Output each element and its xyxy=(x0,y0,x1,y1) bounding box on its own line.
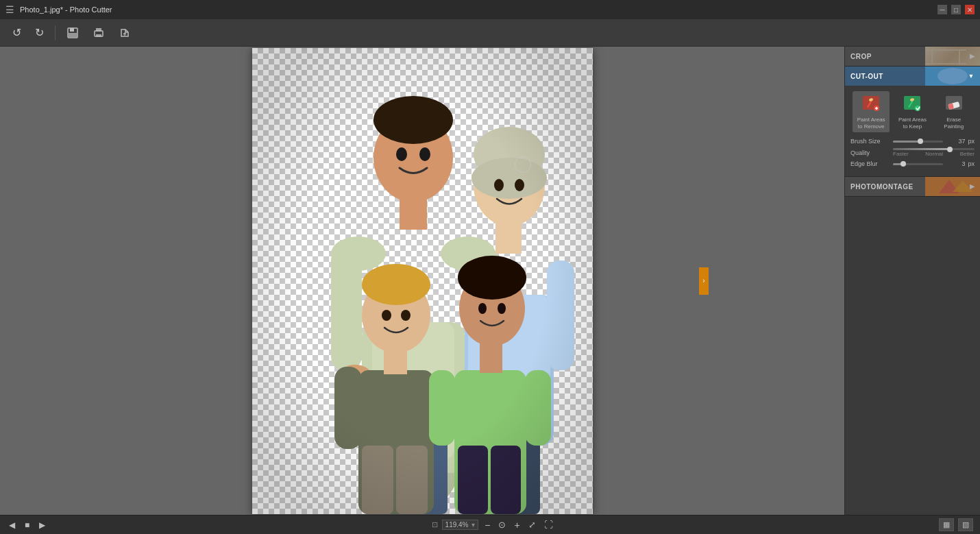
export-icon xyxy=(119,27,131,39)
svg-rect-2 xyxy=(69,33,77,37)
zoom-reset-button[interactable]: ⊙ xyxy=(496,520,508,530)
image-container xyxy=(252,48,593,514)
brush-size-value: 37 xyxy=(946,138,965,145)
view-grid-button[interactable]: ▦ xyxy=(939,518,954,531)
svg-point-59 xyxy=(938,68,968,84)
quality-track[interactable] xyxy=(893,148,975,150)
paint-remove-svg xyxy=(861,95,881,114)
edge-blur-track[interactable] xyxy=(893,163,943,165)
paint-remove-tool[interactable]: Paint Areasto Remove xyxy=(853,91,890,132)
quality-faster: Faster xyxy=(893,151,909,157)
undo-button[interactable]: ↺ xyxy=(8,23,25,42)
quality-thumb[interactable] xyxy=(947,147,953,152)
right-panel: CROP ▶ CUT-OUT xyxy=(844,47,980,515)
zoom-dropdown-arrow[interactable]: ▾ xyxy=(471,521,475,529)
brush-size-thumb[interactable] xyxy=(918,138,923,144)
quality-fill xyxy=(893,148,950,150)
app-title: Photo_1.jpg* - Photo Cutter xyxy=(20,5,112,14)
photo-layer xyxy=(252,48,593,514)
brush-size-unit: px xyxy=(968,138,975,145)
redo-button[interactable]: ↻ xyxy=(31,23,48,42)
edge-blur-row: Edge Blur 3 px xyxy=(850,160,975,167)
erase-label: ErasePainting xyxy=(944,117,964,130)
quality-container: Faster Normal Better xyxy=(893,148,975,157)
crop-header[interactable]: CROP ▶ xyxy=(845,47,980,66)
zoom-out-button[interactable]: − xyxy=(482,520,492,531)
maximize-button[interactable]: □ xyxy=(951,5,961,14)
photomontage-header[interactable]: PHOTOMONTAGE ▶ xyxy=(845,177,980,196)
edge-blur-unit: px xyxy=(968,160,975,167)
toolbar: ↺ ↻ xyxy=(0,19,980,47)
brush-size-label: Brush Size xyxy=(850,138,890,145)
crop-section: CROP ▶ xyxy=(845,47,980,66)
erase-svg xyxy=(944,95,964,114)
hamburger-icon: ☰ xyxy=(5,4,14,15)
svg-rect-1 xyxy=(70,28,74,32)
photomontage-section: PHOTOMONTAGE ▶ xyxy=(845,177,980,197)
toolbar-separator-1 xyxy=(55,25,56,40)
quality-normal: Normal xyxy=(925,151,943,157)
next-image-button[interactable]: ▶ xyxy=(37,520,47,530)
fit-button[interactable]: ⤢ xyxy=(526,520,538,530)
paint-keep-tool[interactable]: Paint Areasto Keep xyxy=(894,91,931,132)
zoom-value: 119.4% xyxy=(445,521,469,529)
main-area: › CROP ▶ xyxy=(0,47,980,515)
paint-keep-svg xyxy=(903,95,922,114)
svg-rect-53 xyxy=(932,50,959,64)
save-button[interactable] xyxy=(62,24,83,42)
print-icon xyxy=(93,27,105,39)
svg-rect-4 xyxy=(96,28,101,32)
cutout-label: CUT-OUT xyxy=(850,73,883,80)
svg-rect-52 xyxy=(252,48,593,514)
brush-size-fill xyxy=(893,141,920,143)
status-left: ◀ ■ ▶ xyxy=(7,520,47,530)
zoom-in-button[interactable]: + xyxy=(512,520,522,531)
paint-keep-icon xyxy=(902,94,922,114)
edge-blur-label: Edge Blur xyxy=(850,160,890,167)
prev-image-button[interactable]: ◀ xyxy=(7,520,17,530)
photomontage-label: PHOTOMONTAGE xyxy=(850,183,914,191)
edge-blur-thumb[interactable] xyxy=(901,161,906,167)
close-button[interactable]: ✕ xyxy=(965,5,975,14)
cutout-content: Paint Areasto Remove xyxy=(845,86,980,176)
zoom-box-icon: ⊡ xyxy=(432,520,438,529)
statusbar: ◀ ■ ▶ ⊡ 119.4% ▾ − ⊙ + ⤢ ⛶ ▦ ▧ xyxy=(0,515,980,534)
view-split-button[interactable]: ▧ xyxy=(958,518,973,531)
crop-arrow: ▶ xyxy=(970,53,975,60)
status-right: ▦ ▧ xyxy=(939,518,973,531)
quality-better: Better xyxy=(960,151,975,157)
paint-remove-label: Paint Areasto Remove xyxy=(857,117,885,130)
edge-blur-value: 3 xyxy=(946,160,965,167)
brush-size-track[interactable] xyxy=(893,141,943,143)
window-controls: ─ □ ✕ xyxy=(938,5,975,14)
erase-icon xyxy=(944,94,964,114)
zoom-indicator: 119.4% ▾ xyxy=(442,520,479,530)
print-button[interactable] xyxy=(88,24,109,42)
cutout-arrow: ▼ xyxy=(968,73,975,80)
paint-keep-label: Paint Areasto Keep xyxy=(898,117,927,130)
brush-size-row: Brush Size 37 px xyxy=(850,138,975,145)
erase-tool[interactable]: ErasePainting xyxy=(935,91,972,132)
paint-remove-icon xyxy=(861,94,881,114)
family-photo-svg xyxy=(252,48,593,514)
tool-row: Paint Areasto Remove xyxy=(850,91,975,132)
save-icon xyxy=(66,27,79,39)
photomontage-arrow: ▶ xyxy=(970,183,975,190)
status-center: ⊡ 119.4% ▾ − ⊙ + ⤢ ⛶ xyxy=(432,520,555,531)
quality-label: Quality xyxy=(850,149,890,156)
panel-collapse-tab[interactable]: › xyxy=(699,267,709,295)
crop-label: CROP xyxy=(850,53,872,60)
minimize-button[interactable]: ─ xyxy=(938,5,947,14)
cutout-section: CUT-OUT ▼ xyxy=(845,66,980,177)
cutout-header[interactable]: CUT-OUT ▼ xyxy=(845,66,980,86)
stop-button[interactable]: ■ xyxy=(23,520,32,530)
titlebar: ☰ Photo_1.jpg* - Photo Cutter ─ □ ✕ xyxy=(0,0,980,19)
svg-rect-5 xyxy=(96,34,101,37)
export-button[interactable] xyxy=(114,24,135,42)
fullscreen-button[interactable]: ⛶ xyxy=(542,520,555,530)
quality-markers: Faster Normal Better xyxy=(893,151,975,157)
canvas-area[interactable]: › xyxy=(0,47,844,515)
quality-row: Quality Faster Normal Better xyxy=(850,148,975,157)
